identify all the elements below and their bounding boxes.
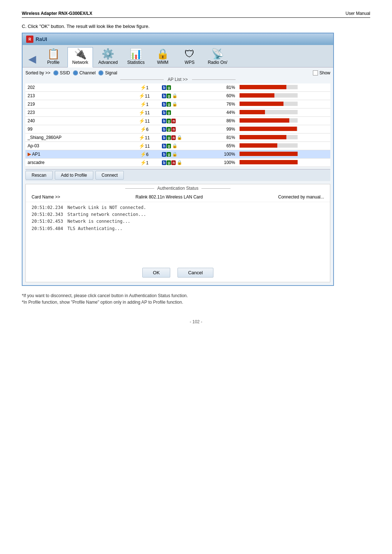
auth-log-msg: Network Link is NOT connected. xyxy=(68,204,146,211)
ap-signal-bar xyxy=(237,100,330,108)
ssid-radio-dot xyxy=(53,70,58,75)
ap-signal-pct: 81% xyxy=(212,83,237,92)
signal-radio-group[interactable]: Signal xyxy=(98,70,117,75)
ap-modes: bg xyxy=(160,108,211,117)
ap-table-row[interactable]: Ap-03⚡11bg🔒65% xyxy=(25,142,330,150)
radio-icon: 📡 xyxy=(211,49,224,59)
mode-badge-b: b xyxy=(162,85,166,90)
add-to-profile-button[interactable]: Add to Profile xyxy=(55,171,93,180)
mode-badge-g: g xyxy=(167,110,171,115)
tab-wps-label: WPS xyxy=(185,60,195,65)
ap-selected-arrow-icon: ▶ xyxy=(28,152,32,157)
mode-badge-b: b xyxy=(162,94,166,98)
tab-advanced[interactable]: ⚙️ Advanced xyxy=(94,47,122,67)
back-button[interactable]: ◀ xyxy=(25,52,39,67)
ap-modes: bg xyxy=(160,83,211,92)
auth-log-row: 20:51:02.453Network is connecting... xyxy=(32,218,324,225)
ap-table-row[interactable]: 240⚡11bgn86% xyxy=(25,117,330,125)
signal-radio-label: Signal xyxy=(105,70,117,75)
ap-table-row[interactable]: ▶ AP1⚡6bg🔒100% xyxy=(25,150,330,159)
signal-radio-dot xyxy=(98,70,103,75)
lock-icon: 🔒 xyxy=(177,160,182,165)
ap-channel: ⚡6 xyxy=(129,125,160,134)
signal-bar-container xyxy=(240,110,298,114)
tab-statistics[interactable]: 📊 Statistics xyxy=(123,47,148,67)
connect-button[interactable]: Connect xyxy=(95,171,124,180)
ap-signal-pct: 65% xyxy=(212,142,237,150)
channel-icon: ⚡ xyxy=(140,151,146,157)
channel-radio-label: Channel xyxy=(79,70,96,75)
signal-bar-container xyxy=(240,152,298,156)
ap-signal-bar xyxy=(237,92,330,100)
tab-radio[interactable]: 📡 Radio On/ xyxy=(204,47,231,67)
ap-table-row[interactable]: 213⚡11bg🔒60% xyxy=(25,92,330,100)
tab-wps[interactable]: 🛡 WPS xyxy=(177,47,202,67)
ap-ssid: 223 xyxy=(25,108,129,117)
ap-modes: bgn🔒 xyxy=(160,134,211,142)
channel-icon: ⚡ xyxy=(140,85,146,90)
ap-signal-pct: 99% xyxy=(212,125,237,134)
mode-badge-g: g xyxy=(167,94,171,98)
tab-network[interactable]: 🔌 Network xyxy=(68,47,93,67)
ap-table-row[interactable]: 99⚡6bgn99% xyxy=(25,125,330,134)
mode-badge-n: n xyxy=(171,135,176,140)
ap-modes: bg🔒 xyxy=(160,100,211,108)
ap-ssid: 213 xyxy=(25,92,129,100)
ok-button[interactable]: OK xyxy=(142,268,170,278)
action-buttons: Rescan Add to Profile Connect xyxy=(25,169,330,181)
auth-log-msg: Starting network connection... xyxy=(68,211,146,218)
ap-ssid: ▶ AP1 xyxy=(25,150,129,159)
toolbar: ◀ 📋 Profile 🔌 Network ⚙️ Advanced 📊 Stat… xyxy=(23,45,333,67)
ok-cancel-row: OK Cancel xyxy=(26,263,330,282)
tab-wmm[interactable]: 🔒 WMM xyxy=(150,47,175,67)
ap-table: 202⚡1bg81%213⚡11bg🔒60%219⚡1bg🔒76%223⚡11b… xyxy=(25,83,330,167)
auth-log-spacer xyxy=(26,234,330,263)
ap-table-row[interactable]: 219⚡1bg🔒76% xyxy=(25,100,330,108)
channel-icon: ⚡ xyxy=(139,93,145,99)
mode-badge-g: g xyxy=(167,135,171,140)
page-number: - 102 - xyxy=(22,319,370,324)
signal-bar-fill xyxy=(240,85,287,89)
show-checkbox-group[interactable]: Show xyxy=(313,70,330,75)
ap-signal-bar xyxy=(237,159,330,167)
doc-product: Wireless Adapter RNX-G300EX/LX xyxy=(22,11,92,16)
rescan-button[interactable]: Rescan xyxy=(25,171,53,180)
mode-badge-b: b xyxy=(162,152,166,157)
ap-signal-pct: 44% xyxy=(212,108,237,117)
ap-modes: bgn🔒 xyxy=(160,159,211,167)
channel-icon: ⚡ xyxy=(139,110,145,115)
mode-badge-g: g xyxy=(167,85,171,90)
card-name-value: Ralink 802.11n Wireless LAN Card xyxy=(135,194,203,200)
mode-badge-g: g xyxy=(167,119,171,123)
ap-table-row[interactable]: _Shiang_2860AP⚡11bgn🔒81% xyxy=(25,134,330,142)
channel-icon: ⚡ xyxy=(139,143,145,149)
signal-bar-fill xyxy=(240,118,290,123)
auth-log-time: 20:51:02.234 xyxy=(32,204,63,211)
cancel-button[interactable]: Cancel xyxy=(177,268,213,278)
mode-badge-g: g xyxy=(167,160,171,165)
statistics-icon: 📊 xyxy=(130,49,142,59)
tab-profile-label: Profile xyxy=(47,60,60,65)
product-model: RNX-G300EX/LX xyxy=(58,11,92,16)
signal-bar-fill xyxy=(240,143,277,148)
ap-list-label: AP List >> xyxy=(168,77,188,82)
ap-modes: bgn xyxy=(160,125,211,134)
mode-badge-n: n xyxy=(171,160,176,165)
ap-signal-bar xyxy=(237,134,330,142)
signal-bar-container xyxy=(240,127,298,131)
mode-badge-b: b xyxy=(162,102,166,107)
ssid-radio-group[interactable]: SSID xyxy=(53,70,70,75)
ap-channel: ⚡6 xyxy=(129,150,160,159)
channel-radio-group[interactable]: Channel xyxy=(73,70,96,75)
ap-table-row[interactable]: 223⚡11bg44% xyxy=(25,108,330,117)
ap-table-row[interactable]: arscadre⚡1bgn🔒100% xyxy=(25,159,330,167)
tab-radio-label: Radio On/ xyxy=(208,60,227,65)
ap-ssid: arscadre xyxy=(25,159,129,167)
signal-bar-fill xyxy=(240,160,298,164)
tab-profile[interactable]: 📋 Profile xyxy=(41,47,66,67)
ap-table-row[interactable]: 202⚡1bg81% xyxy=(25,83,330,92)
auth-log-row: 20:51:05.484TLS Authenticating... xyxy=(32,225,324,232)
signal-bar-container xyxy=(240,93,298,98)
ssid-radio-label: SSID xyxy=(60,70,70,75)
show-checkbox[interactable] xyxy=(313,70,318,75)
